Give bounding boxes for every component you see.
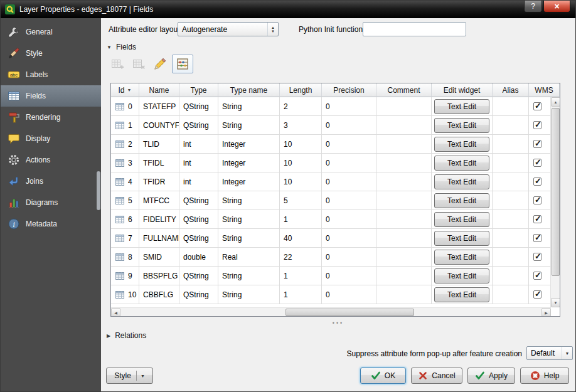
cell-length[interactable]: 5 bbox=[280, 191, 322, 210]
new-field-button[interactable] bbox=[108, 55, 127, 73]
cell-length[interactable]: 2 bbox=[280, 97, 322, 116]
cell-type[interactable]: QString bbox=[179, 210, 218, 229]
cell-precision[interactable]: 0 bbox=[322, 229, 376, 248]
cell-type-name[interactable]: String bbox=[218, 229, 280, 248]
edit-widget-button[interactable]: Text Edit bbox=[434, 268, 489, 283]
cell-type[interactable]: QString bbox=[179, 267, 218, 285]
cell-precision[interactable]: 0 bbox=[322, 97, 376, 116]
attribute-editor-layout-combo[interactable]: Autogenerate ▲▼ bbox=[178, 22, 279, 36]
cell-comment[interactable] bbox=[376, 191, 432, 210]
cell-type-name[interactable]: Real bbox=[218, 248, 280, 267]
sidebar-scrollbar-thumb[interactable] bbox=[97, 171, 100, 210]
cell-precision[interactable]: 0 bbox=[322, 191, 376, 210]
cell-name[interactable]: BBSPFLG bbox=[139, 267, 179, 285]
wms-checkbox[interactable] bbox=[533, 234, 541, 242]
cell-alias[interactable] bbox=[493, 248, 529, 267]
cell-name[interactable]: CBBFLG bbox=[139, 285, 179, 304]
column-header-alias[interactable]: Alias bbox=[493, 83, 529, 97]
edit-widget-button[interactable]: Text Edit bbox=[434, 193, 489, 208]
cell-id[interactable]: 2 bbox=[111, 135, 139, 154]
cell-comment[interactable] bbox=[376, 267, 432, 285]
cell-precision[interactable]: 0 bbox=[322, 248, 376, 267]
wms-checkbox[interactable] bbox=[533, 140, 541, 148]
edit-widget-button[interactable]: Text Edit bbox=[434, 137, 489, 152]
cell-length[interactable]: 22 bbox=[280, 248, 322, 267]
cell-comment[interactable] bbox=[376, 135, 432, 154]
column-header-length[interactable]: Length bbox=[280, 83, 322, 97]
cell-alias[interactable] bbox=[493, 210, 529, 229]
cell-alias[interactable] bbox=[493, 172, 529, 191]
cell-name[interactable]: FIDELITY bbox=[139, 210, 179, 229]
cell-type-name[interactable]: String bbox=[218, 191, 280, 210]
sidebar-item-fields[interactable]: Fields bbox=[1, 85, 101, 107]
cell-name[interactable]: TLID bbox=[139, 135, 179, 154]
cell-type-name[interactable]: Integer bbox=[218, 172, 280, 191]
cell-id[interactable]: 7 bbox=[111, 229, 139, 248]
edit-widget-button[interactable]: Text Edit bbox=[434, 99, 489, 114]
cell-id[interactable]: 5 bbox=[111, 191, 139, 210]
cell-precision[interactable]: 0 bbox=[322, 154, 376, 172]
cell-length[interactable]: 10 bbox=[280, 172, 322, 191]
cancel-button[interactable]: Cancel bbox=[411, 368, 462, 384]
cell-type-name[interactable]: Integer bbox=[218, 154, 280, 172]
cell-type-name[interactable]: String bbox=[218, 267, 280, 285]
scroll-up-icon[interactable]: ▲ bbox=[551, 97, 560, 107]
cell-length[interactable]: 40 bbox=[280, 229, 322, 248]
cell-type[interactable]: int bbox=[179, 172, 218, 191]
cell-type[interactable]: double bbox=[179, 248, 218, 267]
horizontal-scrollbar-thumb[interactable] bbox=[285, 309, 414, 316]
cell-precision[interactable]: 0 bbox=[322, 135, 376, 154]
cell-comment[interactable] bbox=[376, 210, 432, 229]
column-header-type[interactable]: Type bbox=[179, 83, 218, 97]
cell-id[interactable]: 1 bbox=[111, 116, 139, 135]
cell-name[interactable]: MTFCC bbox=[139, 191, 179, 210]
sidebar-item-metadata[interactable]: iMetadata bbox=[1, 213, 101, 235]
column-header-id[interactable]: Id▼ bbox=[111, 83, 139, 97]
cell-type[interactable]: QString bbox=[179, 229, 218, 248]
wms-checkbox[interactable] bbox=[533, 290, 541, 299]
cell-alias[interactable] bbox=[493, 267, 529, 285]
wms-checkbox[interactable] bbox=[533, 177, 541, 186]
sidebar-item-style[interactable]: Style bbox=[1, 43, 101, 64]
column-header-edit-widget[interactable]: Edit widget bbox=[432, 83, 493, 97]
cell-name[interactable]: TFIDR bbox=[139, 172, 179, 191]
python-init-input[interactable] bbox=[363, 22, 466, 36]
cell-alias[interactable] bbox=[493, 154, 529, 172]
wms-checkbox[interactable] bbox=[533, 253, 541, 261]
vertical-scrollbar-thumb[interactable] bbox=[552, 108, 560, 276]
cell-comment[interactable] bbox=[376, 248, 432, 267]
edit-widget-button[interactable]: Text Edit bbox=[434, 212, 489, 227]
sidebar-item-general[interactable]: General bbox=[1, 21, 101, 43]
sidebar-item-labels[interactable]: abcLabels bbox=[1, 64, 101, 85]
apply-button[interactable]: Apply bbox=[467, 368, 515, 384]
wms-checkbox[interactable] bbox=[533, 121, 541, 129]
cell-length[interactable]: 3 bbox=[280, 116, 322, 135]
column-header-comment[interactable]: Comment bbox=[376, 83, 432, 97]
cell-comment[interactable] bbox=[376, 116, 432, 135]
cell-type[interactable]: int bbox=[179, 154, 218, 172]
relations-section-header[interactable]: ▶ Relations bbox=[107, 331, 146, 340]
vertical-scrollbar[interactable]: ▲ ▼ bbox=[550, 97, 560, 307]
cell-type[interactable]: int bbox=[179, 135, 218, 154]
edit-widget-button[interactable]: Text Edit bbox=[434, 287, 489, 302]
cell-length[interactable]: 10 bbox=[280, 154, 322, 172]
cell-name[interactable]: STATEFP bbox=[139, 97, 179, 116]
cell-precision[interactable]: 0 bbox=[322, 267, 376, 285]
ok-button[interactable]: OK bbox=[360, 368, 406, 384]
delete-field-button[interactable] bbox=[129, 55, 148, 73]
horizontal-scrollbar[interactable]: ◀ ▶ bbox=[111, 307, 551, 316]
column-header-type-name[interactable]: Type name bbox=[218, 83, 280, 97]
cell-length[interactable]: 10 bbox=[280, 135, 322, 154]
cell-alias[interactable] bbox=[493, 285, 529, 304]
cell-alias[interactable] bbox=[493, 97, 529, 116]
fields-section-header[interactable]: ▼ Fields bbox=[107, 43, 136, 51]
wms-checkbox[interactable] bbox=[533, 102, 541, 110]
cell-alias[interactable] bbox=[493, 229, 529, 248]
cell-type[interactable]: QString bbox=[179, 191, 218, 210]
cell-alias[interactable] bbox=[493, 135, 529, 154]
cell-name[interactable]: FULLNAME bbox=[139, 229, 179, 248]
cell-id[interactable]: 6 bbox=[111, 210, 139, 229]
cell-comment[interactable] bbox=[376, 229, 432, 248]
cell-id[interactable]: 10 bbox=[111, 285, 139, 304]
cell-alias[interactable] bbox=[493, 191, 529, 210]
